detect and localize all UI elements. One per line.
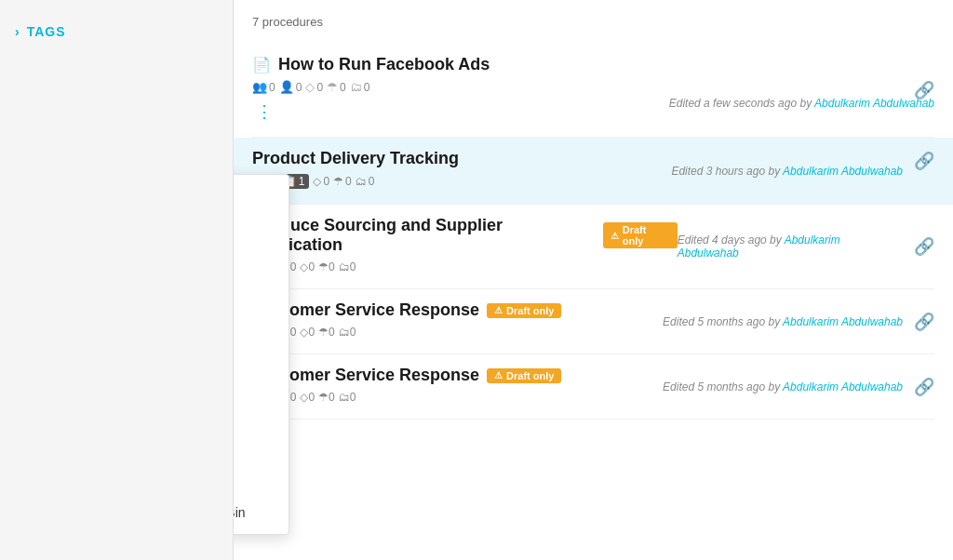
- link-icon[interactable]: 🔗: [914, 377, 934, 397]
- link-icon[interactable]: 🔗: [914, 151, 934, 171]
- menu-item-duplicate[interactable]: Duplicate: [233, 307, 289, 339]
- link-icon[interactable]: 🔗: [914, 236, 934, 257]
- edit-info: Edited 4 days ago by Abdulkarim Abdulwah…: [678, 233, 903, 260]
- edit-info: Edited 3 hours ago by Abdulkarim Abdulwa…: [671, 165, 903, 178]
- tags-label: TAGS: [27, 24, 66, 39]
- draft-badge: Draft only: [487, 303, 561, 318]
- procedure-meta-area: 👥0 👤0 ◇0 ☂0 🗂0 ⋮ Edited a few seconds ag…: [252, 80, 934, 126]
- menu-item-teams[interactable]: Teams: [233, 275, 289, 307]
- menu-item-folders[interactable]: Folders: [233, 244, 289, 275]
- edit-info: Edited 5 months ago by Abdulkarim Abdulw…: [663, 315, 903, 328]
- menu-recycle-bin-label: Move to Recycle Bin: [233, 505, 246, 520]
- sidebar: › TAGS: [0, 0, 233, 560]
- meta-umbrella: ☂0: [318, 260, 335, 273]
- procedure-meta-row: 👥0 📄0 ◇0 ☂0 🗂0: [252, 391, 561, 404]
- procedure-item: Customer Service Response Draft only 👥0 …: [252, 354, 934, 420]
- menu-item-edit[interactable]: Edit: [233, 180, 289, 212]
- chevron-right-icon: ›: [15, 24, 20, 39]
- procedure-item: Customer Service Response Draft only 👥0 …: [252, 289, 934, 354]
- meta-diamond: ◇0: [300, 326, 315, 339]
- edit-info: Edited a few seconds ago by Abdulkarim A…: [669, 97, 934, 110]
- main-content: 7 procedures 📄 How to Run Facebook Ads 👥…: [233, 0, 953, 560]
- meta-diamond: ◇0: [313, 175, 329, 188]
- procedure-title-row: Produce Sourcing and Supplier Verificati…: [252, 216, 678, 255]
- procedure-meta-row: 👥0 📄0 ◇0 ☂0 🗂0: [252, 260, 678, 273]
- folder-icon: 🗂: [350, 80, 362, 94]
- procedure-title-row: Product Delivery Tracking: [252, 149, 459, 168]
- procedure-title-row: Customer Service Response Draft only: [252, 366, 561, 385]
- procedure-meta-row: 👥0 📄0 ◇0 ☂0 🗂0: [252, 326, 561, 339]
- meta-people: 👥0: [252, 80, 275, 94]
- meta-folder: 🗂0: [350, 80, 370, 94]
- edit-info: Edited 5 months ago by Abdulkarim Abdulw…: [663, 380, 903, 393]
- umbrella-icon: ☂: [327, 80, 338, 94]
- folder-icon: 🗂: [356, 175, 367, 188]
- meta-docs: 👤0: [279, 80, 302, 94]
- procedure-item: Produce Sourcing and Supplier Verificati…: [252, 205, 934, 289]
- meta-folder: 🗂0: [339, 326, 356, 339]
- procedure-item: Product Delivery Tracking 👥0 📋1 ◇0 ☂0 🗂0…: [234, 138, 953, 205]
- meta-folder: 🗂0: [339, 260, 356, 273]
- procedures-count: 7 procedures: [252, 15, 934, 29]
- meta-umbrella: ☂0: [333, 175, 352, 188]
- three-dots-menu[interactable]: ⋮: [252, 98, 369, 126]
- menu-item-export[interactable]: Export: [233, 402, 289, 433]
- menu-item-edit-tags[interactable]: Edit tags: [233, 212, 289, 244]
- document-icon: 📄: [252, 56, 271, 73]
- procedure-item: 📄 How to Run Facebook Ads 👥0 👤0 ◇0 ☂0 🗂0…: [252, 44, 934, 138]
- sidebar-tags[interactable]: › TAGS: [0, 15, 233, 48]
- diamond-icon: ◇: [305, 80, 315, 94]
- people-icon: 👥: [252, 80, 267, 94]
- draft-badge: Draft only: [603, 222, 678, 248]
- docs-icon: 👤: [279, 80, 294, 94]
- link-icon[interactable]: 🔗: [914, 312, 934, 332]
- menu-item-assign-task[interactable]: Assign as Task: [233, 370, 289, 402]
- draft-badge: Draft only: [487, 368, 561, 383]
- menu-item-share[interactable]: Share: [233, 339, 289, 370]
- meta-umbrella: ☂0: [318, 391, 335, 404]
- meta-diamond: ◇0: [305, 80, 323, 94]
- meta-umbrella: ☂0: [318, 326, 335, 339]
- menu-item-recycle-bin[interactable]: Move to Recycle Bin: [233, 497, 289, 528]
- procedure-title-row: Customer Service Response Draft only: [252, 300, 561, 320]
- meta-folder: 🗂0: [356, 175, 375, 188]
- procedure-title: Product Delivery Tracking: [252, 149, 459, 168]
- edit-author-link[interactable]: Abdulkarim Abdulwahab: [783, 165, 903, 178]
- procedure-title-row: 📄 How to Run Facebook Ads: [252, 55, 934, 74]
- edit-author-link[interactable]: Abdulkarim Abdulwahab: [783, 315, 903, 328]
- meta-umbrella: ☂0: [327, 80, 346, 94]
- context-menu: Edit Edit tags Folders Teams: [233, 174, 289, 535]
- procedure-meta-row: 👥0 👤0 ◇0 ☂0 🗂0: [252, 80, 369, 94]
- procedure-title: How to Run Facebook Ads: [278, 55, 490, 74]
- procedure-right: Edited a few seconds ago by Abdulkarim A…: [669, 97, 934, 110]
- meta-diamond: ◇0: [300, 260, 315, 273]
- umbrella-icon: ☂: [333, 175, 343, 188]
- edit-author-link[interactable]: Abdulkarim Abdulwahab: [783, 380, 903, 393]
- meta-diamond: ◇0: [300, 391, 315, 404]
- diamond-icon: ◇: [313, 175, 321, 188]
- menu-item-knowledge-base[interactable]: Knowledge Base: [233, 433, 289, 465]
- menu-item-request-sign-off[interactable]: Request Sign Off: [233, 465, 289, 497]
- link-icon[interactable]: 🔗: [914, 80, 934, 100]
- procedure-title: Produce Sourcing and Supplier Verificati…: [252, 216, 596, 255]
- meta-folder: 🗂0: [339, 391, 356, 404]
